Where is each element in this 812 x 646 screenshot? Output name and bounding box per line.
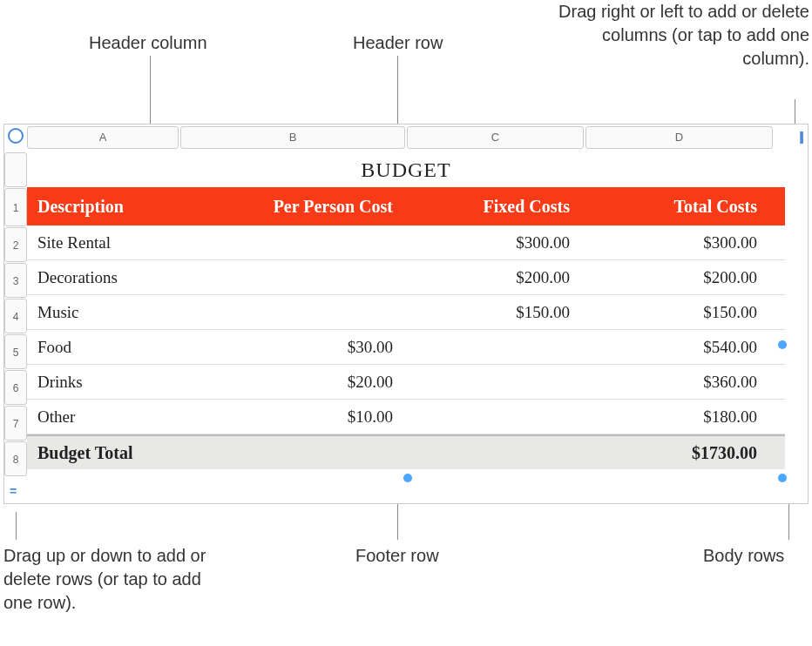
- table-row: Site Rental $300.00 $300.00: [27, 225, 785, 260]
- table-row: Music $150.00 $150.00: [27, 295, 785, 330]
- selection-handle[interactable]: [778, 474, 787, 482]
- table-row: Other $10.00 $180.00: [27, 400, 785, 434]
- cell-perp[interactable]: $30.00: [179, 338, 403, 357]
- row-label-3[interactable]: 3: [4, 263, 27, 298]
- col-header-c[interactable]: C: [407, 126, 584, 149]
- cell-desc[interactable]: Other: [27, 407, 179, 427]
- callout-row-handle: Drag up or down to add or delete rows (o…: [3, 544, 230, 615]
- table-corner-handle[interactable]: [8, 128, 24, 144]
- row-label-7[interactable]: 7: [4, 406, 27, 441]
- cell-total[interactable]: $180.00: [580, 407, 768, 427]
- cell-fixed[interactable]: $200.00: [403, 268, 580, 287]
- callout-body-rows: Body rows: [703, 544, 784, 568]
- table-row: Drinks $20.00 $360.00: [27, 365, 785, 400]
- row-label-8[interactable]: 8: [4, 441, 27, 476]
- callout-col-handle: Drag right or left to add or delete colu…: [548, 0, 809, 71]
- header-total[interactable]: Total Costs: [580, 197, 768, 217]
- header-per-person[interactable]: Per Person Cost: [179, 197, 403, 217]
- table-header-row: Description Per Person Cost Fixed Costs …: [27, 187, 785, 225]
- leader-line: [16, 512, 17, 540]
- row-labels: 1 2 3 4 5 6 7 8: [4, 152, 27, 477]
- table-title[interactable]: BUDGET: [27, 152, 785, 187]
- callout-header-column: Header column: [89, 31, 207, 55]
- leader-line: [397, 498, 398, 540]
- cell-total[interactable]: $150.00: [580, 303, 768, 322]
- cell-desc[interactable]: Site Rental: [27, 233, 179, 252]
- cell-desc[interactable]: Music: [27, 303, 179, 322]
- cell-perp[interactable]: $20.00: [179, 373, 403, 392]
- selection-handle[interactable]: [778, 340, 787, 349]
- cell-fixed[interactable]: $300.00: [403, 233, 580, 252]
- row-label-2[interactable]: 2: [4, 227, 27, 262]
- table-row: Food $30.00 $540.00: [27, 330, 785, 365]
- callout-header-row: Header row: [353, 31, 443, 55]
- cell-fixed[interactable]: $150.00: [403, 303, 580, 322]
- spreadsheet: || A B C D 1 2 3 4 5 6 7 8 BUDGET Descri…: [3, 124, 809, 504]
- row-label-5[interactable]: 5: [4, 334, 27, 369]
- column-headers: A B C D: [27, 126, 785, 149]
- budget-table: BUDGET Description Per Person Cost Fixed…: [27, 152, 785, 477]
- header-description[interactable]: Description: [27, 197, 179, 217]
- col-header-d[interactable]: D: [585, 126, 773, 149]
- add-row-handle[interactable]: =: [10, 484, 17, 498]
- cell-total[interactable]: $300.00: [580, 233, 768, 252]
- table-footer-row: Budget Total $1730.00: [27, 434, 785, 469]
- table-row: Decorations $200.00 $200.00: [27, 260, 785, 295]
- row-label-4[interactable]: 4: [4, 299, 27, 333]
- add-column-handle[interactable]: ||: [799, 130, 802, 144]
- row-label-6[interactable]: 6: [4, 370, 27, 405]
- row-label-1[interactable]: 1: [4, 188, 27, 226]
- cell-desc[interactable]: Drinks: [27, 373, 179, 392]
- cell-desc[interactable]: Decorations: [27, 268, 179, 287]
- cell-total[interactable]: $200.00: [580, 268, 768, 287]
- footer-label[interactable]: Budget Total: [27, 443, 179, 463]
- cell-total[interactable]: $360.00: [580, 373, 768, 392]
- col-header-b[interactable]: B: [180, 126, 405, 149]
- header-fixed[interactable]: Fixed Costs: [403, 197, 580, 217]
- selection-handle[interactable]: [403, 474, 412, 482]
- cell-desc[interactable]: Food: [27, 338, 179, 357]
- cell-total[interactable]: $540.00: [580, 338, 768, 357]
- col-header-a[interactable]: A: [27, 126, 179, 149]
- callout-footer-row: Footer row: [355, 544, 439, 568]
- cell-perp[interactable]: $10.00: [179, 407, 403, 427]
- row-label-spacer: [4, 152, 27, 187]
- footer-total[interactable]: $1730.00: [580, 443, 768, 463]
